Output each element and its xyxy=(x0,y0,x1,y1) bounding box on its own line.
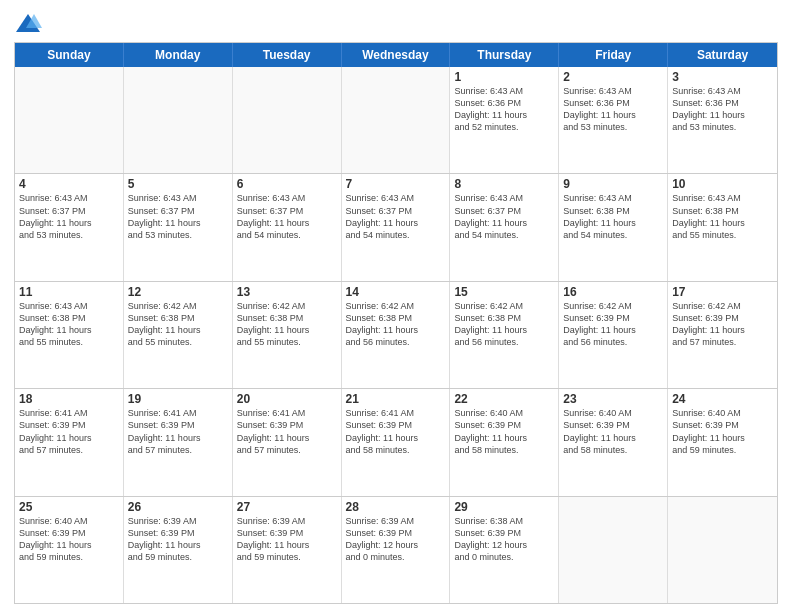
day-cell-4: 4Sunrise: 6:43 AM Sunset: 6:37 PM Daylig… xyxy=(15,174,124,280)
day-number: 20 xyxy=(237,392,337,406)
day-info: Sunrise: 6:40 AM Sunset: 6:39 PM Dayligh… xyxy=(563,407,663,456)
header-day-tuesday: Tuesday xyxy=(233,43,342,67)
day-cell-29: 29Sunrise: 6:38 AM Sunset: 6:39 PM Dayli… xyxy=(450,497,559,603)
day-number: 29 xyxy=(454,500,554,514)
day-info: Sunrise: 6:42 AM Sunset: 6:38 PM Dayligh… xyxy=(237,300,337,349)
day-cell-26: 26Sunrise: 6:39 AM Sunset: 6:39 PM Dayli… xyxy=(124,497,233,603)
day-info: Sunrise: 6:39 AM Sunset: 6:39 PM Dayligh… xyxy=(128,515,228,564)
day-cell-9: 9Sunrise: 6:43 AM Sunset: 6:38 PM Daylig… xyxy=(559,174,668,280)
day-cell-empty-0-2 xyxy=(233,67,342,173)
calendar-week-5: 25Sunrise: 6:40 AM Sunset: 6:39 PM Dayli… xyxy=(15,497,777,603)
day-cell-10: 10Sunrise: 6:43 AM Sunset: 6:38 PM Dayli… xyxy=(668,174,777,280)
day-info: Sunrise: 6:39 AM Sunset: 6:39 PM Dayligh… xyxy=(346,515,446,564)
day-cell-18: 18Sunrise: 6:41 AM Sunset: 6:39 PM Dayli… xyxy=(15,389,124,495)
day-cell-empty-4-5 xyxy=(559,497,668,603)
day-number: 3 xyxy=(672,70,773,84)
day-cell-25: 25Sunrise: 6:40 AM Sunset: 6:39 PM Dayli… xyxy=(15,497,124,603)
day-cell-3: 3Sunrise: 6:43 AM Sunset: 6:36 PM Daylig… xyxy=(668,67,777,173)
day-info: Sunrise: 6:43 AM Sunset: 6:37 PM Dayligh… xyxy=(346,192,446,241)
day-number: 11 xyxy=(19,285,119,299)
day-number: 8 xyxy=(454,177,554,191)
day-number: 13 xyxy=(237,285,337,299)
day-cell-27: 27Sunrise: 6:39 AM Sunset: 6:39 PM Dayli… xyxy=(233,497,342,603)
day-number: 24 xyxy=(672,392,773,406)
day-cell-21: 21Sunrise: 6:41 AM Sunset: 6:39 PM Dayli… xyxy=(342,389,451,495)
day-cell-20: 20Sunrise: 6:41 AM Sunset: 6:39 PM Dayli… xyxy=(233,389,342,495)
day-cell-2: 2Sunrise: 6:43 AM Sunset: 6:36 PM Daylig… xyxy=(559,67,668,173)
day-number: 6 xyxy=(237,177,337,191)
day-info: Sunrise: 6:43 AM Sunset: 6:36 PM Dayligh… xyxy=(672,85,773,134)
day-number: 9 xyxy=(563,177,663,191)
logo xyxy=(14,10,46,38)
day-number: 4 xyxy=(19,177,119,191)
calendar-week-3: 11Sunrise: 6:43 AM Sunset: 6:38 PM Dayli… xyxy=(15,282,777,389)
day-cell-1: 1Sunrise: 6:43 AM Sunset: 6:36 PM Daylig… xyxy=(450,67,559,173)
day-info: Sunrise: 6:42 AM Sunset: 6:38 PM Dayligh… xyxy=(128,300,228,349)
calendar: SundayMondayTuesdayWednesdayThursdayFrid… xyxy=(14,42,778,604)
day-number: 17 xyxy=(672,285,773,299)
day-number: 25 xyxy=(19,500,119,514)
day-cell-28: 28Sunrise: 6:39 AM Sunset: 6:39 PM Dayli… xyxy=(342,497,451,603)
header-day-saturday: Saturday xyxy=(668,43,777,67)
header xyxy=(14,10,778,38)
day-info: Sunrise: 6:38 AM Sunset: 6:39 PM Dayligh… xyxy=(454,515,554,564)
day-number: 18 xyxy=(19,392,119,406)
header-day-thursday: Thursday xyxy=(450,43,559,67)
day-info: Sunrise: 6:41 AM Sunset: 6:39 PM Dayligh… xyxy=(237,407,337,456)
day-cell-24: 24Sunrise: 6:40 AM Sunset: 6:39 PM Dayli… xyxy=(668,389,777,495)
day-number: 23 xyxy=(563,392,663,406)
day-info: Sunrise: 6:43 AM Sunset: 6:36 PM Dayligh… xyxy=(563,85,663,134)
day-info: Sunrise: 6:43 AM Sunset: 6:38 PM Dayligh… xyxy=(672,192,773,241)
day-number: 7 xyxy=(346,177,446,191)
day-cell-empty-0-0 xyxy=(15,67,124,173)
day-cell-empty-0-1 xyxy=(124,67,233,173)
calendar-header-row: SundayMondayTuesdayWednesdayThursdayFrid… xyxy=(15,43,777,67)
day-number: 12 xyxy=(128,285,228,299)
day-number: 15 xyxy=(454,285,554,299)
calendar-week-4: 18Sunrise: 6:41 AM Sunset: 6:39 PM Dayli… xyxy=(15,389,777,496)
day-number: 10 xyxy=(672,177,773,191)
day-cell-17: 17Sunrise: 6:42 AM Sunset: 6:39 PM Dayli… xyxy=(668,282,777,388)
day-cell-8: 8Sunrise: 6:43 AM Sunset: 6:37 PM Daylig… xyxy=(450,174,559,280)
header-day-wednesday: Wednesday xyxy=(342,43,451,67)
day-cell-19: 19Sunrise: 6:41 AM Sunset: 6:39 PM Dayli… xyxy=(124,389,233,495)
header-day-friday: Friday xyxy=(559,43,668,67)
day-cell-15: 15Sunrise: 6:42 AM Sunset: 6:38 PM Dayli… xyxy=(450,282,559,388)
day-number: 2 xyxy=(563,70,663,84)
day-cell-empty-0-3 xyxy=(342,67,451,173)
day-cell-5: 5Sunrise: 6:43 AM Sunset: 6:37 PM Daylig… xyxy=(124,174,233,280)
day-info: Sunrise: 6:40 AM Sunset: 6:39 PM Dayligh… xyxy=(672,407,773,456)
day-info: Sunrise: 6:43 AM Sunset: 6:37 PM Dayligh… xyxy=(128,192,228,241)
day-number: 5 xyxy=(128,177,228,191)
day-number: 21 xyxy=(346,392,446,406)
day-number: 28 xyxy=(346,500,446,514)
header-day-sunday: Sunday xyxy=(15,43,124,67)
day-cell-14: 14Sunrise: 6:42 AM Sunset: 6:38 PM Dayli… xyxy=(342,282,451,388)
day-number: 26 xyxy=(128,500,228,514)
day-info: Sunrise: 6:42 AM Sunset: 6:39 PM Dayligh… xyxy=(672,300,773,349)
day-cell-11: 11Sunrise: 6:43 AM Sunset: 6:38 PM Dayli… xyxy=(15,282,124,388)
logo-icon xyxy=(14,10,42,38)
calendar-week-1: 1Sunrise: 6:43 AM Sunset: 6:36 PM Daylig… xyxy=(15,67,777,174)
calendar-body: 1Sunrise: 6:43 AM Sunset: 6:36 PM Daylig… xyxy=(15,67,777,603)
day-info: Sunrise: 6:43 AM Sunset: 6:37 PM Dayligh… xyxy=(237,192,337,241)
day-info: Sunrise: 6:42 AM Sunset: 6:38 PM Dayligh… xyxy=(454,300,554,349)
day-info: Sunrise: 6:40 AM Sunset: 6:39 PM Dayligh… xyxy=(19,515,119,564)
day-number: 19 xyxy=(128,392,228,406)
day-info: Sunrise: 6:41 AM Sunset: 6:39 PM Dayligh… xyxy=(346,407,446,456)
day-info: Sunrise: 6:43 AM Sunset: 6:36 PM Dayligh… xyxy=(454,85,554,134)
day-number: 16 xyxy=(563,285,663,299)
day-cell-23: 23Sunrise: 6:40 AM Sunset: 6:39 PM Dayli… xyxy=(559,389,668,495)
calendar-week-2: 4Sunrise: 6:43 AM Sunset: 6:37 PM Daylig… xyxy=(15,174,777,281)
day-info: Sunrise: 6:43 AM Sunset: 6:38 PM Dayligh… xyxy=(563,192,663,241)
day-info: Sunrise: 6:39 AM Sunset: 6:39 PM Dayligh… xyxy=(237,515,337,564)
day-info: Sunrise: 6:40 AM Sunset: 6:39 PM Dayligh… xyxy=(454,407,554,456)
header-day-monday: Monday xyxy=(124,43,233,67)
day-info: Sunrise: 6:41 AM Sunset: 6:39 PM Dayligh… xyxy=(128,407,228,456)
day-number: 14 xyxy=(346,285,446,299)
day-cell-7: 7Sunrise: 6:43 AM Sunset: 6:37 PM Daylig… xyxy=(342,174,451,280)
day-info: Sunrise: 6:42 AM Sunset: 6:38 PM Dayligh… xyxy=(346,300,446,349)
day-info: Sunrise: 6:42 AM Sunset: 6:39 PM Dayligh… xyxy=(563,300,663,349)
day-info: Sunrise: 6:43 AM Sunset: 6:37 PM Dayligh… xyxy=(19,192,119,241)
day-info: Sunrise: 6:41 AM Sunset: 6:39 PM Dayligh… xyxy=(19,407,119,456)
